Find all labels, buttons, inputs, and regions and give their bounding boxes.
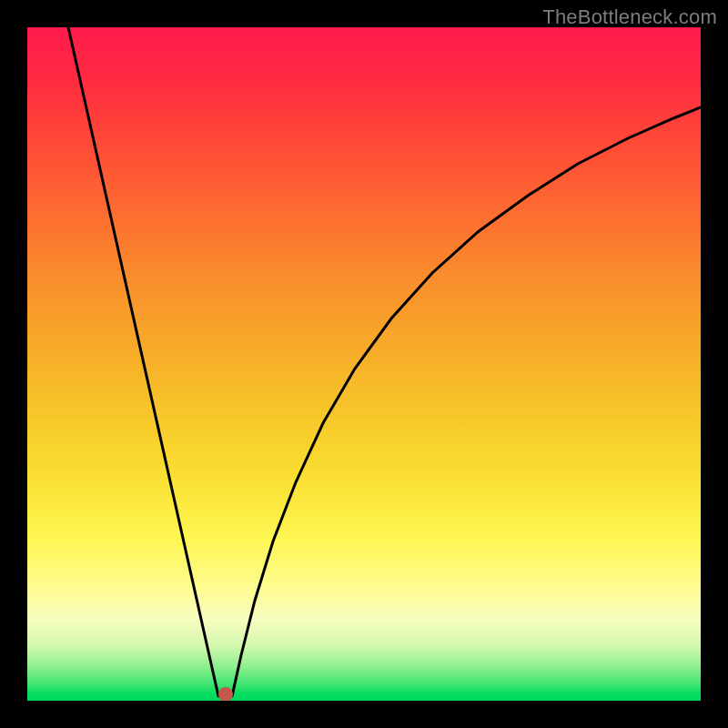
curve-path (68, 27, 701, 696)
chart-container: TheBottleneck.com (0, 0, 728, 728)
curve-svg (27, 27, 701, 701)
min-marker (218, 687, 233, 701)
watermark-text: TheBottleneck.com (542, 5, 717, 29)
plot-area (27, 27, 701, 701)
